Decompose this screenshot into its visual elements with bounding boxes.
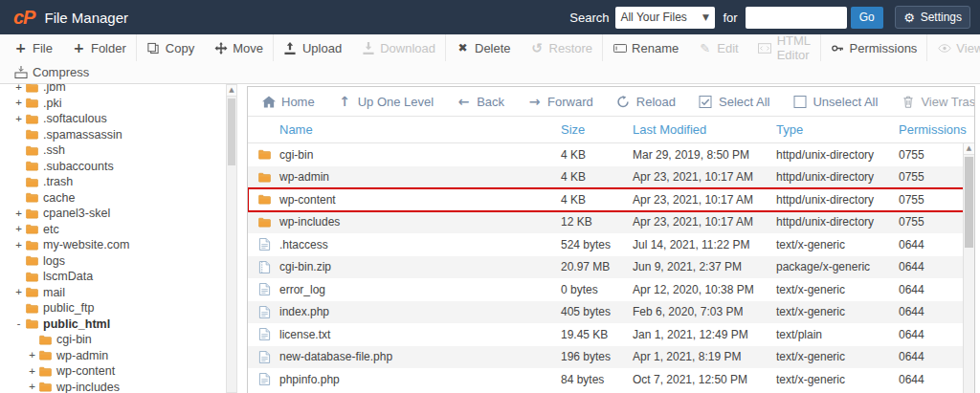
file-row-cgi-bin[interactable]: cgi-bin4 KBMar 29, 2019, 8:50 PMhttpd/un… (248, 143, 974, 166)
column-header-type[interactable]: Type (776, 122, 899, 137)
tree-expander-icon[interactable]: + (27, 365, 37, 378)
archive-file-icon (257, 260, 272, 273)
tree-item-trash[interactable]: .trash (0, 174, 226, 190)
go-button[interactable]: Go (851, 7, 883, 29)
tree-expander-icon[interactable]: + (13, 286, 24, 298)
nav-back[interactable]: ←Back (457, 95, 504, 109)
toolbar-button-folder[interactable]: +Folder (62, 34, 137, 61)
toolbar-button-upload[interactable]: Upload (274, 34, 351, 61)
tree-item-ssh[interactable]: .ssh (0, 142, 226, 159)
tree-item-label: cache (43, 191, 75, 205)
directory-tree-list: +.jbm+.pki+.softaculous.spamassassin.ssh… (0, 84, 226, 393)
toolbar-button-file[interactable]: +File (4, 34, 62, 61)
file-row-index-php[interactable]: index.php405 bytesFeb 6, 2020, 7:03 PMte… (248, 301, 974, 324)
tree-expander-icon[interactable]: + (27, 381, 37, 393)
tree-item-wp-admin[interactable]: +wp-admin (0, 348, 226, 364)
tree-expander-icon[interactable]: + (13, 84, 24, 94)
sidebar-scroll-up-button[interactable]: ▲ (227, 85, 236, 97)
nav-up-one-level[interactable]: ↑Up One Level (338, 95, 434, 109)
file-row-new-database-file-php[interactable]: new-database-file.php196 bytesApr 1, 202… (248, 346, 974, 369)
file-row-wp-includes[interactable]: wp-includes12 KBApr 23, 2021, 10:17 AMht… (248, 211, 974, 234)
tree-item-lscmdata[interactable]: lscmData (0, 269, 226, 285)
delete-icon: ✖ (456, 41, 470, 55)
folder-icon (257, 148, 272, 162)
column-header-permissions[interactable]: Permissions (899, 122, 967, 137)
nav-select-all[interactable]: Select All (699, 95, 769, 109)
file-name-cell: cgi-bin (257, 148, 561, 162)
folder-icon (37, 381, 53, 393)
file-name-cell: error_log (257, 283, 561, 296)
file-row-cgi-bin-zip[interactable]: cgi-bin.zip20.97 MBJun 9, 2021, 2:37 PMp… (248, 256, 974, 279)
nav-view-trash[interactable]: View Trash (901, 95, 975, 109)
file-size: 12 KB (561, 215, 633, 229)
tree-item-subaccounts[interactable]: .subaccounts (0, 159, 226, 175)
toolbar-button-move[interactable]: Move (204, 34, 274, 61)
file-row-phpinfo-php[interactable]: phpinfo.php84 bytesOct 7, 2021, 12:50 PM… (248, 368, 974, 391)
column-header-name[interactable]: Name (257, 122, 561, 137)
file-nav-toolbar: Home↑Up One Level←Back→ForwardReloadSele… (248, 87, 974, 117)
toolbar-button-rename[interactable]: Rename (603, 34, 688, 61)
file-list-scrollbar[interactable]: ▲ (963, 143, 974, 393)
tree-item-cgi-bin[interactable]: cgi-bin (0, 332, 226, 348)
tree-item-spamassassin[interactable]: .spamassassin (0, 127, 226, 143)
nav-home[interactable]: Home (261, 95, 315, 109)
nav-forward[interactable]: →Forward (527, 95, 593, 109)
nav-reload[interactable]: Reload (616, 95, 676, 109)
column-header-last-modified[interactable]: Last Modified (633, 122, 776, 137)
folder-icon (257, 170, 272, 184)
tree-item-public-ftp[interactable]: public_ftp (0, 300, 226, 317)
file-last-modified: Oct 7, 2021, 12:50 PM (633, 373, 776, 386)
toolbar-button-copy[interactable]: Copy (137, 34, 204, 61)
tree-expander-icon[interactable]: + (13, 207, 24, 220)
tree-item-public-html[interactable]: -public_html (0, 317, 226, 333)
toolbar-button-compress[interactable]: Compress (4, 61, 99, 83)
tree-item-wp-content[interactable]: +wp-content (0, 363, 226, 380)
tree-item-logs[interactable]: logs (0, 253, 226, 270)
file-row-license-txt[interactable]: license.txt19.45 KBJan 1, 2021, 12:49 PM… (248, 323, 974, 346)
toolbar-button-label: Restore (549, 41, 593, 55)
sidebar-scrollbar[interactable]: ▲ (226, 84, 237, 393)
toolbar-button-restore: ↺Restore (521, 34, 604, 61)
file-list-scrollbar-thumb[interactable] (965, 157, 973, 248)
file-name: cgi-bin (279, 148, 313, 162)
column-header-size[interactable]: Size (561, 122, 633, 137)
tree-expander-icon[interactable]: + (13, 239, 24, 251)
checked-box-icon (699, 95, 713, 108)
tree-item-etc[interactable]: +etc (0, 222, 226, 238)
tree-expander-icon[interactable]: - (13, 317, 24, 330)
cpanel-logo[interactable]: cP (13, 7, 34, 29)
tree-expander-icon[interactable]: + (13, 223, 24, 235)
tree-item-mail[interactable]: +mail (0, 285, 226, 301)
tree-item-cpanel3-skel[interactable]: +cpanel3-skel (0, 206, 226, 222)
tree-item-label: .jbm (43, 84, 66, 94)
file-list-scroll-up-button[interactable]: ▲ (964, 143, 974, 155)
toolbar-button-permissions[interactable]: Permissions (821, 34, 928, 61)
tree-expander-icon[interactable]: + (13, 97, 24, 109)
search-scope-select[interactable]: All Your Files ▼ (615, 7, 715, 29)
home-icon (261, 95, 276, 108)
tree-expander-icon[interactable]: + (13, 113, 24, 125)
search-label: Search (569, 11, 609, 25)
tree-item-cache[interactable]: cache (0, 190, 226, 207)
tree-item-jbm[interactable]: +.jbm (0, 84, 226, 96)
tree-item-pki[interactable]: +.pki (0, 96, 226, 112)
file-row-htaccess[interactable]: .htaccess524 bytesJul 14, 2021, 11:22 PM… (248, 233, 974, 256)
toolbar-button-delete[interactable]: ✖Delete (446, 34, 521, 61)
app-title: File Manager (44, 10, 128, 26)
file-type: httpd/unix-directory (776, 193, 899, 207)
nav-label: Home (281, 95, 315, 109)
file-name-cell: phpinfo.php (257, 373, 561, 386)
file-row-wp-content[interactable]: wp-content4 KBApr 23, 2021, 10:17 AMhttp… (248, 188, 974, 211)
file-row-error-log[interactable]: error_log0 bytesApr 12, 2020, 10:38 PMte… (248, 278, 974, 301)
folder-icon (24, 270, 39, 283)
file-row-wp-admin[interactable]: wp-admin4 KBApr 23, 2021, 10:17 AMhttpd/… (248, 166, 974, 189)
sidebar-scrollbar-thumb[interactable] (228, 98, 235, 165)
nav-unselect-all[interactable]: Unselect All (792, 95, 878, 109)
tree-item-softaculous[interactable]: +.softaculous (0, 111, 226, 127)
tree-item-my-website-com[interactable]: +my-website.com (0, 237, 226, 253)
tree-expander-icon[interactable]: + (27, 349, 37, 361)
search-input[interactable] (746, 7, 847, 29)
settings-button[interactable]: ⚙ Settings (895, 6, 970, 29)
file-type: package/x-generic (776, 260, 899, 273)
tree-item-wp-includes[interactable]: +wp-includes (0, 380, 226, 393)
